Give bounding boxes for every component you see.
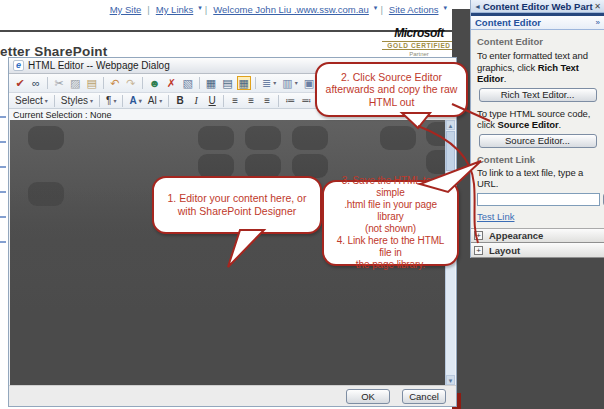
toolbar-separator: [278, 95, 279, 107]
instruction-text: .: [504, 73, 507, 84]
pane-title-bar: ◄ Content Editor Web Part ✕: [471, 0, 604, 13]
table-edit-icon[interactable]: ▤: [220, 76, 234, 90]
rich-text-instructions: To enter formatted text and graphics, cl…: [477, 50, 598, 85]
fontsize-menu[interactable]: AI▾: [146, 94, 164, 108]
source-editor-instructions: To type HTML source code, click Source E…: [477, 108, 598, 131]
toolbar-separator: [54, 95, 55, 107]
nav-welcome-user[interactable]: Welcome John Liu .www.ssw.com.au: [213, 4, 369, 15]
font-menu[interactable]: A▾: [127, 94, 143, 108]
bold-button[interactable]: B: [173, 94, 187, 108]
callout-edit-content: 1. Editor your content here, or with Sha…: [152, 176, 322, 234]
source-editor-button[interactable]: Source Editor...: [479, 134, 597, 148]
content-link-header: Content Link: [477, 154, 598, 165]
close-icon[interactable]: ✕: [594, 2, 601, 11]
cut-icon[interactable]: ✂: [52, 76, 66, 90]
left-edge-link-fragment: [0, 116, 6, 118]
toolbar-separator: [103, 77, 104, 89]
logo-certification: GOLD CERTIFIED: [382, 41, 456, 50]
pane-title: Content Editor Web Part: [483, 1, 594, 12]
undo-icon[interactable]: ↶: [108, 76, 122, 90]
scroll-down-icon[interactable]: ▼: [446, 375, 455, 385]
column-menu-icon[interactable]: ▥▾: [280, 76, 299, 90]
appearance-section-row[interactable]: + Appearance: [471, 228, 604, 243]
url-input-row: ...: [477, 193, 598, 206]
underline-button[interactable]: U: [205, 94, 219, 108]
chevron-down-icon: ▾: [198, 4, 202, 12]
align-left-icon[interactable]: ≡: [228, 94, 242, 108]
dock-pane-icon[interactable]: ◄: [474, 3, 481, 10]
image-icon[interactable]: ▧: [180, 76, 194, 90]
styles-menu[interactable]: Styles▾: [59, 94, 95, 108]
dialog-title: HTML Editor -- Webpage Dialog: [28, 60, 170, 71]
toolbar-separator: [255, 77, 256, 89]
copy-icon[interactable]: ▨: [68, 76, 82, 90]
layout-section-row[interactable]: + Layout: [471, 243, 604, 258]
nav-my-site[interactable]: My Site: [110, 4, 142, 15]
insert-user-icon[interactable]: ☻: [147, 76, 163, 90]
toolbar-separator: [122, 95, 123, 107]
find-icon[interactable]: ∞: [29, 76, 43, 90]
nav-my-links[interactable]: My Links: [156, 4, 193, 15]
dialog-button-bar: OK Cancel: [9, 385, 456, 406]
callout-text: 3. Save the HTML to a simple .html file …: [330, 175, 451, 271]
chevron-down-icon: ▾: [45, 94, 48, 108]
chevron-down-icon: ▾: [90, 94, 93, 108]
nav-separator: |: [380, 4, 382, 15]
instruction-text: .: [559, 119, 562, 130]
redo-icon[interactable]: ↷: [124, 76, 138, 90]
align-center-icon[interactable]: ≡: [244, 94, 258, 108]
layout-section-label: Layout: [489, 245, 520, 256]
left-edge-link-fragment: [0, 166, 6, 168]
left-edge-link-fragment: [0, 216, 6, 218]
paragraph-menu[interactable]: ¶▾: [104, 94, 118, 108]
chevron-down-icon: ▾: [374, 4, 378, 12]
table-icon[interactable]: ▦: [204, 76, 218, 90]
pane-body: Content Editor To enter formatted text a…: [471, 30, 604, 294]
page-dark-background: [470, 258, 604, 409]
callout-text: 2. Click Source Editor afterwards and co…: [326, 71, 458, 109]
paste-icon[interactable]: ▤: [84, 76, 98, 90]
table-grid-icon[interactable]: ▦: [237, 76, 251, 90]
chevron-down-icon: ▾: [113, 94, 116, 108]
callout-source-editor: 2. Click Source Editor afterwards and co…: [315, 62, 468, 117]
numbered-list-icon[interactable]: ≔: [283, 94, 297, 108]
dialog-ok-button[interactable]: OK: [346, 389, 390, 404]
toolbar-separator: [142, 77, 143, 89]
instruction-bold: Source Editor: [498, 119, 559, 130]
nav-site-actions[interactable]: Site Actions: [389, 4, 439, 15]
dialog-cancel-button[interactable]: Cancel: [402, 389, 446, 404]
scrollbar-thumb[interactable]: [446, 131, 455, 171]
expand-plus-icon[interactable]: +: [474, 231, 483, 240]
appearance-section-label: Appearance: [489, 230, 543, 241]
left-edge-link-fragment: [0, 141, 6, 143]
left-edge-link-fragment: [0, 191, 6, 193]
chevron-down-icon: ▾: [295, 76, 298, 90]
collapse-chevron-icon[interactable]: »: [596, 18, 600, 27]
chevron-down-icon: ▾: [139, 94, 142, 108]
content-editor-web-part-pane: ◄ Content Editor Web Part ✕ Content Edit…: [470, 0, 604, 258]
callout-save-and-link: 3. Save the HTML to a simple .html file …: [322, 180, 459, 266]
toolbar-separator: [47, 77, 48, 89]
unlink-icon[interactable]: ✗: [164, 76, 178, 90]
row-menu-icon[interactable]: ≣▾: [260, 76, 278, 90]
nav-separator: |: [147, 4, 149, 15]
chevron-down-icon: ▾: [159, 94, 162, 108]
content-editor-subheader: Content Editor: [477, 36, 598, 47]
rich-text-editor-button[interactable]: Rich Text Editor...: [479, 88, 597, 102]
test-link[interactable]: Test Link: [477, 211, 515, 222]
ie-icon: e: [13, 60, 24, 71]
content-link-url-input[interactable]: [477, 193, 600, 206]
left-edge-link-fragment: [0, 241, 6, 243]
expand-plus-icon[interactable]: +: [474, 246, 483, 255]
spellcheck-icon[interactable]: ✔: [13, 76, 27, 90]
select-menu[interactable]: Select▾: [13, 94, 50, 108]
scroll-up-icon[interactable]: ▲: [446, 120, 455, 130]
content-link-instructions: To link to a text file, type a URL.: [477, 167, 598, 190]
align-right-icon[interactable]: ≡: [260, 94, 274, 108]
bullet-list-icon[interactable]: ≕: [299, 94, 313, 108]
content-editor-section-header[interactable]: Content Editor »: [471, 16, 604, 30]
logo-brand: Microsoft: [382, 26, 456, 40]
italic-button[interactable]: I: [189, 94, 203, 108]
microsoft-partner-logo: Microsoft GOLD CERTIFIED Partner: [382, 26, 456, 57]
callout-text: 1. Editor your content here, or with Sha…: [168, 192, 307, 217]
